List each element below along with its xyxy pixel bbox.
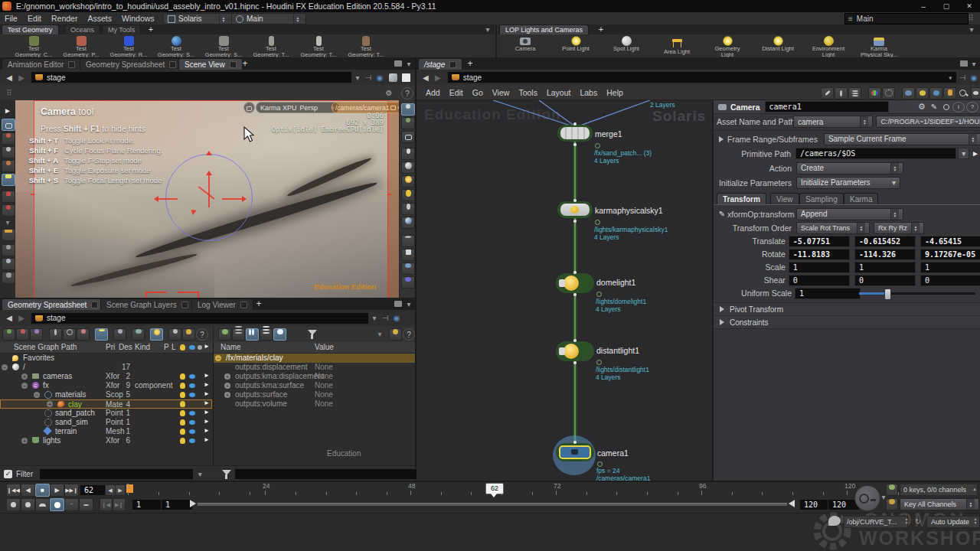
net-menu-view[interactable]: View [492,88,510,97]
network-canvas[interactable]: Education Edition Solaris 2 Layers merge… [416,100,712,481]
bag-icon[interactable] [182,328,195,341]
tab-close-icon[interactable] [181,302,188,308]
asset-path-select[interactable]: C:/PROGRA~1/SIDEEF~1/HOUDIN~...▴▾ [876,116,980,128]
tab-close-icon[interactable] [68,61,75,68]
menu-render[interactable]: Render [51,14,77,23]
tree-row-root[interactable]: − / 17 [0,363,213,372]
minimize-button[interactable]: – [913,0,934,12]
nav-back-icon[interactable]: ◀ [3,73,15,82]
pause-render-icon[interactable] [401,249,415,261]
sliders-icon[interactable] [49,328,62,341]
wrench-icon[interactable] [821,87,834,99]
rotate-x-field[interactable]: -11.8183 [789,249,850,260]
shelf-tool-environment-light[interactable]: EnvironmentLight [805,36,852,58]
channel-scope-icon[interactable] [886,484,898,496]
eye-icon[interactable] [189,429,195,434]
sun-icon[interactable] [150,328,163,341]
xform-select[interactable]: Append▴▾ [796,208,903,220]
translate-tool-icon[interactable] [2,132,15,145]
flame-icon[interactable] [180,410,185,416]
table-row[interactable]: + outputs:kma:surface None [214,381,415,390]
init-params-button[interactable]: Initialize Parameters▾ [796,177,900,189]
eye-icon[interactable] [189,383,195,388]
display-white-icon[interactable] [402,73,410,82]
refresh-icon[interactable]: ↻ [913,516,923,527]
pane-menu-icon[interactable]: ▾ [404,299,413,308]
eye-icon[interactable] [189,420,195,425]
viewport-help-icon[interactable]: ? [401,87,413,99]
play-backward-button[interactable]: ◀ [21,484,35,497]
tab-log-viewer[interactable]: Log Viewer [191,298,253,310]
shelf-tool-distant-light[interactable]: Distant Light [754,36,802,52]
cube-icon[interactable] [389,73,397,82]
section-pivot-transform[interactable]: Pivot Transform [714,302,980,316]
tree-row-terrain[interactable]: terrain Mesh 1 ► [0,427,213,436]
eye-dropdown-icon[interactable] [30,328,43,341]
list-view-icon[interactable] [232,328,245,341]
view-select-icon[interactable] [401,103,415,116]
path-dropdown-icon[interactable]: ▾ [352,73,363,82]
tab-close-icon[interactable] [230,61,237,68]
pin-icon[interactable]: ⊣ [380,314,390,322]
tree-row-sand-patch[interactable]: sand_patch Point 1 ► [0,409,213,418]
shelf-right-dropdown-icon[interactable]: ▾ [966,24,977,34]
order-select-1[interactable]: Scale Rot Trans▴▾ [796,222,870,234]
net-menu-go[interactable]: Go [472,88,483,97]
eye-column-icon[interactable] [189,345,195,350]
layers-icon[interactable] [401,262,415,275]
output-flag-dot[interactable] [596,292,602,297]
pane-menu-icon[interactable]: ▾ [404,59,413,68]
frame-range-select[interactable]: Sample Current Frame▴▾ [824,133,980,145]
view-snapshot-icon[interactable] [401,117,415,129]
slider-handle[interactable] [884,289,891,300]
menu-edit[interactable]: Edit [28,14,41,23]
shelf-tab-test-geometry[interactable]: Test Geometry [2,24,59,34]
hierarchy-icon[interactable] [835,87,848,99]
keys-expand-icon[interactable]: ▴ [971,484,978,494]
flame-icon[interactable] [180,373,185,380]
shelf-left-dropdown-icon[interactable]: ▾ [482,24,493,34]
shear-x-field[interactable]: 0 [789,275,850,286]
range-slider-handle-right[interactable] [789,500,795,507]
pin-icon[interactable]: ⊣ [957,73,968,82]
path-input[interactable]: stage [31,71,352,83]
viewport-scene[interactable]: Camera tool Press Shift + F1 to hide hin… [15,100,399,298]
info-icon[interactable]: i [952,102,965,112]
param-tab-karma[interactable]: Karma [844,193,878,204]
shear-y-field[interactable]: 0 [854,275,916,286]
tree-row-favorites[interactable]: Favorites [0,354,213,363]
rotate-tool-icon[interactable] [2,146,15,158]
shelf-tool[interactable]: TestGeometry: T... [296,36,341,58]
tab-close-icon[interactable] [91,302,98,308]
pane-split-icon[interactable] [394,301,402,307]
collapse-icon[interactable]: − [2,364,8,370]
shelf-tool[interactable]: TestGeometry: C... [11,36,57,58]
help-icon[interactable]: ? [966,102,978,112]
pane-menu-icon[interactable]: ▾ [969,59,978,68]
expand-icon[interactable]: + [224,373,230,380]
output-flag-dot[interactable] [595,220,600,225]
node-pair-icon[interactable] [2,328,15,341]
tab-stage-network[interactable]: /stage [418,58,462,70]
link-icon[interactable]: ◉ [374,73,386,82]
note-icon[interactable] [916,87,929,99]
shelf-tool-camera[interactable]: Camera [501,36,549,52]
order-select-2[interactable]: Rx Ry Rz▴▾ [874,222,924,234]
desktop-selector[interactable]: Solaris ▴▾ [163,13,232,24]
playhead[interactable]: 62 [485,483,504,494]
trs-grid-icon[interactable] [273,328,286,341]
net-menu-help[interactable]: Help [606,88,623,97]
rotate-z-field[interactable]: 9.17267e-05 [920,249,980,260]
light-headlamp-icon[interactable] [401,148,415,160]
brush-icon[interactable] [401,235,415,247]
tab-scene-graph-layers[interactable]: Scene Graph Layers [100,298,194,310]
star-column-icon[interactable] [198,345,202,350]
material-sphere-icon[interactable] [401,161,415,174]
tree-row-sand-sim[interactable]: sand_sim Point 1 ► [0,418,213,427]
lock-tool-icon[interactable] [2,119,15,131]
tab-geometry-spreadsheet[interactable]: Geometry Spreadsheet [80,58,182,70]
manipulator-axis-x-right[interactable] [222,198,242,200]
tree-row-materials[interactable]: − materials Scop 5 ► [0,390,213,399]
shelf-tool[interactable]: TestGeometry: S... [201,36,247,58]
expand-icon[interactable]: + [21,373,28,380]
